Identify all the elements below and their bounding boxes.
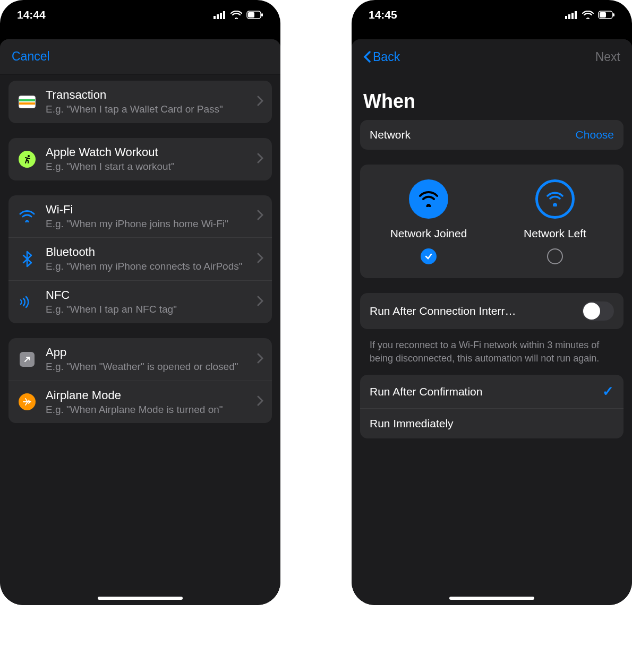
row-subtitle: E.g. "When I tap an NFC tag" [46, 303, 249, 316]
next-button[interactable]: Next [595, 50, 620, 64]
interrupt-footer: If you reconnect to a Wi-Fi network with… [360, 333, 624, 375]
radio-unselected[interactable] [547, 248, 563, 264]
interrupt-label: Run After Connection Interr… [370, 305, 516, 317]
row-subtitle: E.g. "When I start a workout" [46, 160, 249, 173]
run-after-interrupt-row[interactable]: Run After Connection Interr… [360, 293, 624, 329]
svg-rect-13 [600, 12, 606, 18]
row-subtitle: E.g. "When my iPhone joins home Wi-Fi" [46, 218, 249, 230]
chevron-right-icon [257, 353, 263, 366]
interrupt-toggle[interactable] [582, 301, 614, 321]
status-bar: 14:44 [0, 0, 280, 30]
svg-rect-9 [568, 14, 570, 19]
home-indicator[interactable] [98, 597, 183, 600]
row-subtitle: E.g. "When my iPhone connects to AirPods… [46, 260, 249, 273]
battery-icon [246, 11, 263, 19]
trigger-row-bluetooth[interactable]: Bluetooth E.g. "When my iPhone connects … [8, 237, 272, 280]
svg-rect-10 [571, 13, 574, 19]
trigger-list[interactable]: Transaction E.g. "When I tap a Wallet Ca… [0, 74, 280, 605]
svg-rect-2 [220, 13, 222, 19]
status-bar: 14:45 [352, 0, 632, 30]
chevron-right-icon [257, 210, 263, 222]
row-title: Wi-Fi [46, 203, 249, 217]
wifi-left-icon [535, 179, 575, 219]
cellular-icon [213, 11, 226, 19]
chevron-right-icon [257, 296, 263, 308]
nav-bar: Cancel [0, 39, 280, 74]
wifi-joined-icon [409, 179, 448, 219]
nfc-icon [17, 292, 37, 312]
svg-rect-14 [613, 13, 614, 16]
svg-rect-11 [575, 11, 577, 19]
wifi-status-icon [582, 11, 594, 19]
trigger-row-nfc[interactable]: NFC E.g. "When I tap an NFC tag" [8, 280, 272, 323]
row-title: Airplane Mode [46, 389, 249, 402]
svg-rect-8 [565, 16, 567, 19]
option-label: Network Joined [390, 227, 467, 240]
wallet-icon [17, 92, 37, 112]
cancel-button[interactable]: Cancel [12, 49, 50, 64]
svg-point-7 [28, 155, 30, 157]
row-title: NFC [46, 288, 249, 302]
phone-right: 14:45 Back Next When Network Choose [352, 0, 632, 605]
trigger-group: Apple Watch Workout E.g. "When I start a… [8, 138, 272, 180]
interrupt-group: Run After Connection Interr… [360, 293, 624, 329]
row-subtitle: E.g. "When Airplane Mode is turned on" [46, 403, 249, 416]
network-label: Network [370, 128, 411, 141]
trigger-row-airplane[interactable]: Airplane Mode E.g. "When Airplane Mode i… [8, 381, 272, 424]
airplane-icon [17, 392, 37, 412]
bluetooth-icon [17, 249, 37, 269]
status-time: 14:45 [369, 8, 397, 21]
row-subtitle: E.g. "When "Weather" is opened or closed… [46, 360, 249, 373]
row-title: Apple Watch Workout [46, 145, 249, 159]
cellular-icon [565, 11, 578, 19]
status-right [565, 11, 615, 19]
network-choose-row[interactable]: Network Choose [360, 120, 624, 150]
phone-left: 14:44 Cancel [0, 0, 280, 605]
row-title: Transaction [46, 88, 249, 102]
battery-icon [598, 11, 615, 19]
run-immediately-row[interactable]: Run Immediately [360, 409, 624, 438]
page-title: When [360, 81, 624, 120]
trigger-group: App E.g. "When "Weather" is opened or cl… [8, 338, 272, 424]
svg-rect-0 [213, 16, 216, 19]
back-button[interactable]: Back [363, 50, 400, 64]
checkmark-icon: ✓ [602, 383, 614, 400]
chevron-right-icon [257, 395, 263, 408]
run-mode-group: Run After Confirmation ✓ Run Immediately [360, 375, 624, 438]
trigger-group: Wi-Fi E.g. "When my iPhone joins home Wi… [8, 195, 272, 323]
run-mode-label: Run Immediately [370, 417, 454, 430]
svg-rect-1 [217, 14, 219, 19]
network-group: Network Choose [360, 120, 624, 150]
network-option-group: Network Joined Network Left [360, 165, 624, 278]
row-subtitle: E.g. "When I tap a Wallet Card or Pass" [46, 103, 249, 116]
option-network-joined[interactable]: Network Joined [368, 179, 489, 264]
nav-bar: Back Next [352, 39, 632, 74]
run-after-confirmation-row[interactable]: Run After Confirmation ✓ [360, 375, 624, 409]
status-time: 14:44 [17, 8, 46, 21]
wifi-status-icon [230, 11, 242, 19]
choose-link[interactable]: Choose [576, 128, 614, 141]
chevron-right-icon [257, 96, 263, 108]
row-title: Bluetooth [46, 245, 249, 259]
radio-selected[interactable] [421, 248, 437, 264]
trigger-row-app[interactable]: App E.g. "When "Weather" is opened or cl… [8, 338, 272, 381]
trigger-row-workout[interactable]: Apple Watch Workout E.g. "When I start a… [8, 138, 272, 180]
when-config-sheet: Back Next When Network Choose [352, 39, 632, 605]
svg-rect-6 [261, 13, 263, 16]
home-indicator[interactable] [449, 597, 534, 600]
row-title: App [46, 346, 249, 359]
trigger-row-wifi[interactable]: Wi-Fi E.g. "When my iPhone joins home Wi… [8, 195, 272, 238]
svg-rect-5 [248, 12, 254, 18]
trigger-list-sheet: Cancel Transaction E.g. "When I tap a Wa… [0, 39, 280, 605]
wifi-icon [17, 206, 37, 226]
trigger-row-transaction[interactable]: Transaction E.g. "When I tap a Wallet Ca… [8, 81, 272, 123]
when-content[interactable]: When Network Choose Network Joined [352, 74, 632, 605]
svg-rect-3 [223, 11, 225, 19]
app-icon [17, 349, 37, 369]
run-mode-label: Run After Confirmation [370, 385, 482, 398]
chevron-right-icon [257, 153, 263, 166]
chevron-right-icon [257, 253, 263, 265]
trigger-group: Transaction E.g. "When I tap a Wallet Ca… [8, 81, 272, 123]
option-network-left[interactable]: Network Left [494, 179, 616, 264]
workout-icon [17, 149, 37, 169]
